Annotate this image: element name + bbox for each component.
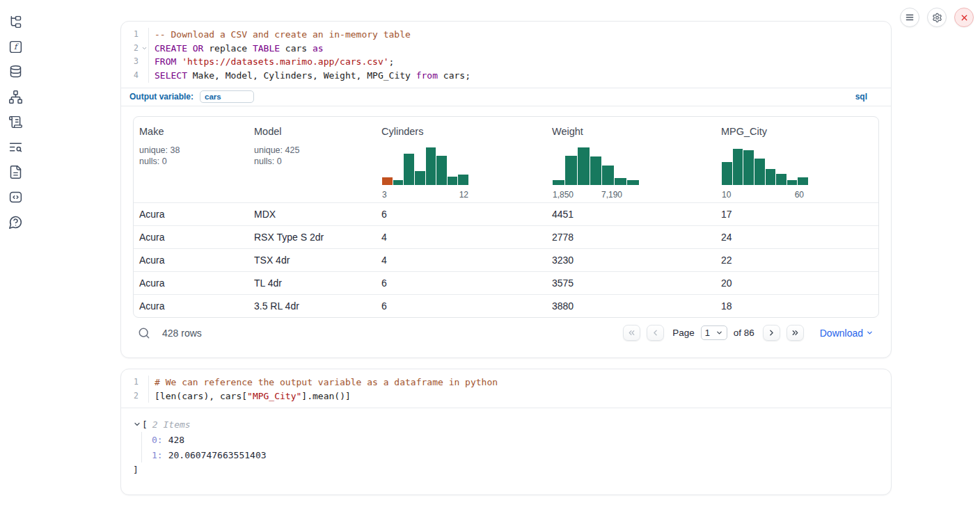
- histogram-bar: [578, 147, 590, 185]
- histogram-bar: [426, 147, 436, 185]
- code-text: # We can reference the output variable a…: [149, 376, 498, 389]
- datasources-icon[interactable]: [8, 65, 23, 79]
- table-cell: Acura: [134, 272, 248, 294]
- snippets-icon[interactable]: [8, 190, 23, 204]
- histogram-bar: [415, 171, 425, 185]
- table-cell: 6: [376, 203, 546, 225]
- table-cell: RSX Type S 2dr: [248, 226, 376, 248]
- output-variable-input[interactable]: [200, 90, 254, 103]
- column-name: Weight: [552, 126, 710, 137]
- sql-cell: 1-- Download a CSV and create an in-memo…: [120, 21, 892, 358]
- histogram-bar: [787, 180, 798, 185]
- code-line: 3FROM 'https://datasets.marimo.app/cars.…: [121, 55, 891, 69]
- download-button[interactable]: Download: [820, 328, 874, 339]
- table-cell: 3880: [546, 295, 716, 317]
- table-cell: TL 4dr: [248, 272, 376, 294]
- table-row[interactable]: AcuraTSX 4dr4323022: [134, 248, 878, 271]
- documentation-icon[interactable]: [8, 165, 23, 179]
- table-cell: 3230: [546, 249, 716, 271]
- table-cell: 18: [716, 295, 878, 317]
- prev-page-button[interactable]: [647, 325, 664, 341]
- column-histogram: [722, 147, 808, 185]
- table-cell: 4451: [546, 203, 716, 225]
- output-variable-label: Output variable:: [129, 92, 193, 102]
- close-bracket: ]: [133, 462, 879, 476]
- collapse-chevron-icon[interactable]: [133, 420, 141, 428]
- first-page-button[interactable]: [623, 325, 640, 341]
- code-text: SELECT Make, Model, Cylinders, Weight, M…: [149, 69, 471, 83]
- items-count-label: 2 Items: [152, 419, 191, 430]
- table-cell: 17: [716, 203, 878, 225]
- page-of-label: of 86: [734, 328, 754, 338]
- table-cell: 20: [716, 272, 878, 294]
- page-label: Page: [672, 328, 695, 338]
- next-page-button[interactable]: [763, 325, 780, 341]
- output-list-entries: 0:4281:20.060747663551403: [141, 432, 879, 462]
- code-text: CREATE OR replace TABLE cars as: [149, 42, 324, 56]
- language-badge: sql: [855, 92, 867, 102]
- code-text: [len(cars), cars["MPG_City"].mean()]: [149, 389, 351, 403]
- histogram-bar: [565, 156, 577, 185]
- histogram-bar: [404, 154, 414, 185]
- table-row[interactable]: Acura3.5 RL 4dr6388018: [134, 294, 878, 317]
- python-code-editor[interactable]: 1# We can reference the output variable …: [121, 369, 891, 408]
- histogram-bar: [733, 149, 743, 185]
- last-page-button[interactable]: [787, 325, 804, 341]
- python-output: [ 2 Items 0:4281:20.060747663551403 ]: [121, 408, 891, 486]
- column-header-mpg_city[interactable]: MPG_City1060: [716, 117, 878, 202]
- column-name: Cylinders: [381, 126, 541, 137]
- column-header-model[interactable]: Modelunique: 425nulls: 0: [248, 117, 376, 202]
- settings-icon[interactable]: [927, 8, 947, 27]
- search-icon[interactable]: [137, 326, 151, 340]
- table-row[interactable]: AcuraRSX Type S 2dr4277824: [134, 225, 878, 248]
- column-name: Make: [139, 126, 243, 137]
- dependency-graph-icon[interactable]: [8, 90, 23, 104]
- table-cell: 6: [376, 295, 546, 317]
- table-cell: Acura: [134, 249, 248, 271]
- code-line: 2CREATE OR replace TABLE cars as: [121, 42, 891, 56]
- column-header-make[interactable]: Makeunique: 38nulls: 0: [134, 117, 248, 202]
- file-tree-icon[interactable]: [8, 15, 23, 29]
- code-line: 1# We can reference the output variable …: [121, 376, 891, 389]
- code-line: 1-- Download a CSV and create an in-memo…: [121, 28, 891, 42]
- page-select-value: 1: [705, 328, 710, 338]
- histogram-bar: [776, 174, 787, 185]
- histogram-axis-labels: 1,8507,190: [553, 190, 639, 200]
- menu-icon[interactable]: [900, 8, 919, 27]
- variables-icon[interactable]: f: [8, 40, 23, 54]
- gutter: 1: [121, 28, 149, 42]
- column-histogram: [382, 147, 468, 185]
- code-line: 2[len(cars), cars["MPG_City"].mean()]: [121, 389, 891, 403]
- logs-icon[interactable]: [8, 115, 23, 129]
- page-select[interactable]: 1: [701, 325, 727, 340]
- search-logs-icon[interactable]: [8, 140, 23, 154]
- column-name: MPG_City: [721, 126, 873, 137]
- histogram-axis-labels: 312: [382, 190, 468, 200]
- table-cell: MDX: [248, 203, 376, 225]
- column-header-weight[interactable]: Weight1,8507,190: [546, 117, 716, 202]
- histogram-bar: [627, 180, 639, 185]
- table-row[interactable]: AcuraMDX6445117: [134, 202, 878, 225]
- gutter: 2: [121, 389, 149, 403]
- histogram-bar: [754, 159, 765, 185]
- chevron-down-icon: [866, 329, 874, 337]
- sidebar: f: [0, 0, 31, 230]
- histogram-bar: [458, 175, 468, 185]
- item-value: 428: [168, 435, 184, 445]
- table-cell: 2778: [546, 226, 716, 248]
- column-name: Model: [254, 126, 370, 137]
- gutter: 2: [121, 42, 149, 56]
- histogram-bar: [722, 162, 732, 185]
- fold-chevron-icon[interactable]: [140, 45, 148, 51]
- line-number: 2: [121, 42, 140, 56]
- table-header-row: Makeunique: 38nulls: 0Modelunique: 425nu…: [134, 117, 878, 202]
- code-text: FROM 'https://datasets.marimo.app/cars.c…: [149, 55, 394, 69]
- table-cell: 4: [376, 249, 546, 271]
- help-icon[interactable]: [8, 215, 23, 230]
- table-footer: 428 rows Page 1 of 86: [133, 319, 879, 348]
- sql-code-editor[interactable]: 1-- Download a CSV and create an in-memo…: [121, 22, 891, 88]
- column-header-cylinders[interactable]: Cylinders312: [376, 117, 546, 202]
- close-icon[interactable]: [954, 8, 974, 27]
- code-line: 4SELECT Make, Model, Cylinders, Weight, …: [121, 69, 891, 83]
- table-row[interactable]: AcuraTL 4dr6357520: [134, 271, 878, 294]
